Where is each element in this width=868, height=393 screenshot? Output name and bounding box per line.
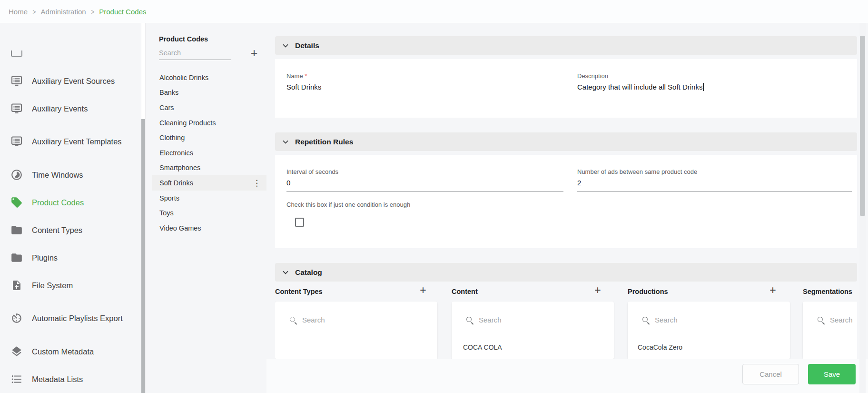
productions-search-input[interactable]	[655, 313, 744, 327]
save-button[interactable]: Save	[808, 364, 856, 384]
name-field[interactable]: Soft Drinks	[286, 83, 563, 96]
sidebar-item-metadata-lists[interactable]: Metadata Lists	[0, 367, 141, 392]
content-scrollbar-thumb[interactable]	[860, 36, 865, 216]
catalog-segmentations-header: Segmentations	[803, 288, 852, 295]
one-condition-checkbox[interactable]	[295, 218, 304, 227]
sidebar-item-label: Plugins	[32, 252, 123, 264]
add-content-button[interactable]: +	[592, 284, 604, 296]
footer-bar: Cancel Save	[266, 359, 868, 393]
content-scrollbar[interactable]	[859, 23, 866, 393]
product-code-label: Video Games	[159, 224, 201, 232]
product-code-label: Soft Drinks	[159, 179, 193, 187]
sidebar-scrollbar-thumb[interactable]	[141, 119, 145, 393]
interval-field[interactable]: 0	[286, 179, 563, 192]
sidebar-item-label: Time Windows	[32, 169, 123, 181]
folder-icon	[10, 252, 23, 264]
sidebar-item-auxiliary-events[interactable]: Auxiliary Events	[0, 96, 141, 121]
product-codes-list: Alcoholic Drinks Banks Cars Cleaning Pro…	[146, 70, 266, 236]
kebab-menu-icon[interactable]: ⋮	[253, 179, 261, 187]
breadcrumb-bar: Home > Administration > Product Codes	[0, 0, 868, 23]
product-code-item[interactable]: Electronics	[152, 145, 266, 161]
content-types-search-input[interactable]	[302, 313, 392, 327]
content-card: COCA COLA	[452, 302, 614, 359]
product-code-label: Cleaning Products	[159, 119, 216, 127]
content-types-card	[275, 302, 437, 359]
chevron-down-icon	[283, 44, 288, 48]
catalog-productions-header: Productions	[628, 288, 668, 295]
add-content-type-button[interactable]: +	[417, 284, 429, 296]
section-catalog-header[interactable]: Catalog	[275, 263, 857, 282]
main-content: Details Name * Soft Drinks Description C…	[275, 23, 857, 359]
cancel-button[interactable]: Cancel	[742, 364, 799, 384]
product-code-item[interactable]: Cars	[152, 100, 266, 115]
product-code-item[interactable]: Video Games	[152, 221, 266, 236]
production-list-item[interactable]: CocaCola Zero	[638, 343, 682, 351]
product-code-item[interactable]: Clothing	[152, 130, 266, 145]
product-code-label: Smartphones	[159, 164, 200, 171]
name-label: Name *	[286, 72, 307, 80]
section-title: Details	[295, 41, 319, 50]
folder-icon	[10, 224, 23, 236]
chevron-down-icon	[283, 140, 288, 144]
sidebar-item-auxiliary-event-sources[interactable]: Auxiliary Event Sources	[0, 69, 141, 93]
sidebar-item-label: Auxiliary Event Templates	[32, 135, 123, 148]
monitor-list-icon	[10, 102, 23, 115]
segmentations-search-input[interactable]	[830, 313, 857, 327]
sidebar: Auxiliary Event Sources Auxiliary Events…	[0, 23, 141, 393]
ads-between-field[interactable]: 2	[577, 179, 852, 192]
search-icon	[817, 316, 825, 324]
product-code-label: Sports	[159, 194, 179, 202]
details-panel: Name * Soft Drinks Description Category …	[275, 59, 857, 118]
product-code-label: Alcoholic Drinks	[159, 74, 208, 81]
search-icon	[642, 316, 650, 324]
product-code-item[interactable]: Smartphones	[152, 161, 266, 176]
sidebar-item-label: Product Codes	[32, 196, 123, 209]
clipped-sidebar-icon	[11, 50, 22, 57]
monitor-list-icon	[10, 135, 23, 148]
section-details-header[interactable]: Details	[275, 36, 857, 55]
description-field[interactable]: Category that will include all Soft Drin…	[577, 83, 852, 96]
app-root: Home > Administration > Product Codes Au…	[0, 0, 868, 393]
text-cursor	[703, 83, 704, 91]
sidebar-item-custom-metadata[interactable]: Custom Metadata	[0, 339, 141, 364]
add-product-code-button[interactable]: +	[247, 46, 261, 60]
catalog-content-types-header: Content Types	[275, 288, 323, 295]
file-plus-icon	[10, 279, 23, 292]
required-asterisk: *	[305, 72, 307, 80]
product-codes-panel: Product Codes + Alcoholic Drinks Banks C…	[146, 23, 266, 393]
repetition-rules-panel: Interval of seconds 0 Number of ads betw…	[275, 155, 857, 248]
product-code-label: Cars	[159, 104, 174, 111]
product-code-item[interactable]: Toys	[152, 205, 266, 221]
sidebar-item-label: Auxiliary Event Sources	[32, 75, 123, 87]
content-search-input[interactable]	[479, 313, 568, 327]
timelapse-icon	[10, 169, 23, 181]
sidebar-item-label: Automatic Playlists Export	[32, 312, 123, 324]
timer-icon	[10, 312, 23, 324]
codes-panel-title: Product Codes	[159, 35, 208, 43]
sidebar-item-label: Content Types	[32, 224, 123, 236]
product-code-item-selected[interactable]: Soft Drinks ⋮	[152, 175, 266, 191]
sidebar-item-automatic-playlists-export[interactable]: Automatic Playlists Export	[0, 299, 141, 337]
sidebar-item-plugins[interactable]: Plugins	[0, 245, 141, 270]
monitor-list-icon	[10, 75, 23, 87]
content-list-item[interactable]: COCA COLA	[463, 343, 502, 351]
sidebar-item-time-windows[interactable]: Time Windows	[0, 162, 141, 187]
ads-between-label: Number of ads between same product code	[577, 168, 697, 175]
tag-icon	[10, 196, 23, 209]
codes-search-input[interactable]	[159, 46, 231, 60]
breadcrumb-home[interactable]: Home	[9, 8, 28, 16]
sidebar-item-file-system[interactable]: File System	[0, 273, 141, 298]
add-production-button[interactable]: +	[767, 284, 779, 296]
product-code-label: Banks	[159, 89, 178, 96]
sidebar-item-product-codes[interactable]: Product Codes	[0, 190, 141, 215]
product-code-item[interactable]: Cleaning Products	[152, 115, 266, 131]
sidebar-item-label: File System	[32, 279, 123, 292]
sidebar-item-content-types[interactable]: Content Types	[0, 218, 141, 242]
product-code-item[interactable]: Banks	[152, 85, 266, 101]
product-code-item[interactable]: Alcoholic Drinks	[152, 70, 266, 85]
breadcrumb-administration[interactable]: Administration	[41, 8, 86, 16]
sidebar-item-auxiliary-event-templates[interactable]: Auxiliary Event Templates	[0, 122, 141, 161]
sidebar-scrollbar[interactable]	[141, 23, 146, 393]
section-repetition-rules-header[interactable]: Repetition Rules	[275, 132, 857, 151]
product-code-item[interactable]: Sports	[152, 191, 266, 206]
